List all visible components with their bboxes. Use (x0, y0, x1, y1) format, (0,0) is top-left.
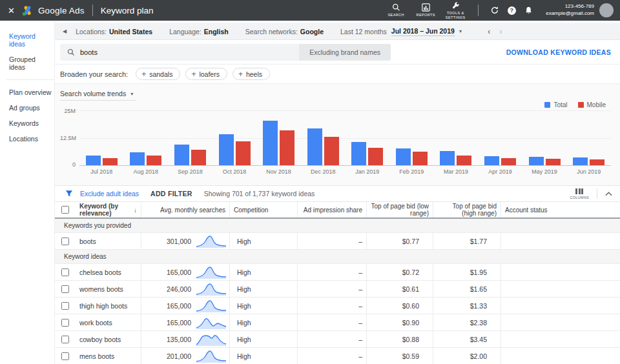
app-bar: ✕ Google Ads Keyword plan SEARCH REPORTS… (0, 0, 620, 21)
table-row-chelsea-boots: chelsea boots165,000High–$0.72$1.95 (55, 264, 620, 281)
bar-mobile (413, 152, 428, 165)
column-header-label: Top of page bid (low range) (371, 203, 429, 217)
broaden-chip-sandals[interactable]: +sandals (136, 68, 180, 80)
row-checkbox-cell (55, 314, 76, 330)
ad-impression-share-cell: – (297, 281, 366, 297)
section-label: Keyword ideas (64, 253, 107, 260)
bar-total (219, 134, 234, 165)
sidebar-item-keywords[interactable]: Keywords (0, 116, 54, 131)
download-keyword-ideas-button[interactable]: DOWNLOAD KEYWORD IDEAS (506, 48, 611, 56)
search-trend-sparkline (196, 332, 227, 346)
sidebar-item-grouped-ideas[interactable]: Grouped ideas (0, 52, 54, 75)
bar-series (79, 110, 611, 165)
ad-impression-share-cell-value: – (358, 302, 362, 310)
next-period-button[interactable]: › (499, 27, 502, 35)
bar-group-feb-2019 (389, 148, 434, 165)
sidebar-divider (6, 79, 54, 80)
column-header-account-status[interactable]: Account status (501, 202, 620, 217)
row-checkbox[interactable] (61, 285, 69, 293)
avg-monthly-searches-cell: 165,000 (141, 314, 229, 330)
refresh-button[interactable] (486, 6, 503, 15)
sidebar-item-locations[interactable]: Locations (0, 131, 54, 147)
close-icon[interactable]: ✕ (8, 6, 15, 15)
table-row-boots: boots301,000High–$0.77$1.77 (55, 233, 620, 250)
reports-nav-button[interactable]: REPORTS (411, 3, 440, 17)
column-header-avg-monthly-searches[interactable]: Avg. monthly searches (141, 202, 229, 217)
row-checkbox[interactable] (61, 238, 69, 245)
language-label: Language: (169, 28, 202, 35)
top-of-page-bid-low-cell-value: $0.60 (402, 302, 419, 310)
row-checkbox[interactable] (61, 302, 69, 310)
bar-total (351, 142, 366, 165)
keyword-search-input[interactable]: boots Excluding brand names (60, 44, 391, 61)
columns-button[interactable]: COLUMNS (570, 188, 589, 199)
chip-label: sandals (149, 70, 172, 78)
bar-group-nov-2018 (256, 121, 301, 165)
x-axis-label: Feb 2019 (389, 168, 434, 175)
column-header-ad-impression-share[interactable]: Ad impression share (297, 202, 366, 217)
language-filter[interactable]: Language: English (169, 28, 229, 35)
x-axis-label: Sep 2018 (168, 168, 212, 175)
add-filter-button[interactable]: ADD FILTER (150, 190, 192, 197)
column-header-top-of-page-bid-high-range[interactable]: Top of page bid (high range) (433, 202, 501, 217)
competition-cell-value: High (237, 268, 251, 276)
table-section-header-keywords-you-provided: Keywords you provided (55, 219, 620, 233)
chart-plot-area: 25M 12.5M 0 (79, 110, 611, 166)
page-title: Keyword plan (101, 6, 154, 15)
column-header-competition[interactable]: Competition (229, 202, 297, 217)
bar-mobile (324, 137, 339, 165)
row-checkbox[interactable] (61, 319, 69, 327)
top-of-page-bid-high-cell-value: $3.45 (470, 336, 487, 343)
previous-period-button[interactable]: ‹ (488, 27, 490, 35)
column-header-top-of-page-bid-low-range[interactable]: Top of page bid (low range) (366, 202, 433, 217)
row-checkbox[interactable] (61, 268, 69, 276)
bar-mobile (457, 156, 471, 166)
avatar[interactable] (599, 3, 614, 17)
excluding-brand-names-chip[interactable]: Excluding brand names (299, 44, 391, 61)
bar-total (573, 157, 588, 165)
avg-monthly-searches-cell: 135,000 (141, 331, 229, 347)
select-all-checkbox[interactable] (61, 206, 69, 214)
top-of-page-bid-low-cell-value: $0.77 (402, 238, 419, 245)
keyword-label: chelsea boots (79, 268, 121, 276)
date-range-filter[interactable]: Last 12 months Jul 2018 – Jun 2019 ▾ (340, 27, 462, 36)
table-row-cowboy-boots: cowboy boots135,000High–$0.88$3.45 (55, 331, 620, 348)
notifications-button[interactable] (520, 6, 537, 15)
competition-cell-value: High (237, 336, 251, 343)
exclude-adult-ideas-link[interactable]: Exclude adult ideas (80, 190, 139, 197)
locations-filter[interactable]: Locations: United States (76, 28, 152, 35)
google-ads-home-link[interactable]: Google Ads (21, 5, 85, 16)
bar-total (529, 157, 544, 165)
account-id: 123-456-789 (546, 3, 594, 10)
column-header-label: Keyword (by relevance) (79, 203, 130, 217)
bar-mobile (546, 159, 561, 165)
sidebar-item-keyword-ideas[interactable]: Keyword ideas (0, 28, 54, 52)
tools-settings-nav-button[interactable]: TOOLS & SETTINGS (440, 1, 470, 20)
sidebar-item-ad-groups[interactable]: Ad groups (0, 100, 54, 116)
search-nav-button[interactable]: SEARCH (381, 3, 411, 17)
collapse-chevron-icon[interactable] (605, 192, 612, 196)
collapse-panel-icon[interactable]: ◀ (63, 28, 67, 34)
top-of-page-bid-high-cell: $1.65 (433, 281, 501, 297)
search-networks-filter[interactable]: Search networks: Google (245, 28, 324, 35)
competition-cell-value: High (237, 302, 251, 310)
bar-total (263, 121, 278, 165)
sidebar-item-plan-overview[interactable]: Plan overview (0, 85, 54, 100)
ad-impression-share-cell-value: – (358, 319, 362, 327)
column-header-label: Ad impression share (304, 207, 362, 214)
x-axis-label: Aug 2018 (124, 168, 169, 175)
y-axis-tick: 0 (60, 161, 76, 168)
top-of-page-bid-low-cell: $0.88 (366, 331, 433, 347)
row-checkbox[interactable] (61, 336, 69, 343)
broaden-chip-heels[interactable]: +heels (232, 68, 270, 80)
top-of-page-bid-high-cell: $1.77 (433, 233, 501, 249)
sidebar-item-label: Locations (9, 135, 38, 143)
row-checkbox[interactable] (61, 352, 69, 360)
help-button[interactable]: ? (503, 6, 520, 15)
keyword-cell: work boots (76, 314, 141, 330)
sidebar-item-label: Plan overview (9, 88, 51, 96)
x-axis-label: Oct 2018 (212, 168, 257, 175)
chart-title-dropdown[interactable]: Search volume trends ▾ (60, 90, 136, 101)
column-header-keyword-by-relevance[interactable]: Keyword (by relevance)↓ (76, 202, 141, 217)
broaden-chip-loafers[interactable]: +loafers (185, 68, 227, 80)
